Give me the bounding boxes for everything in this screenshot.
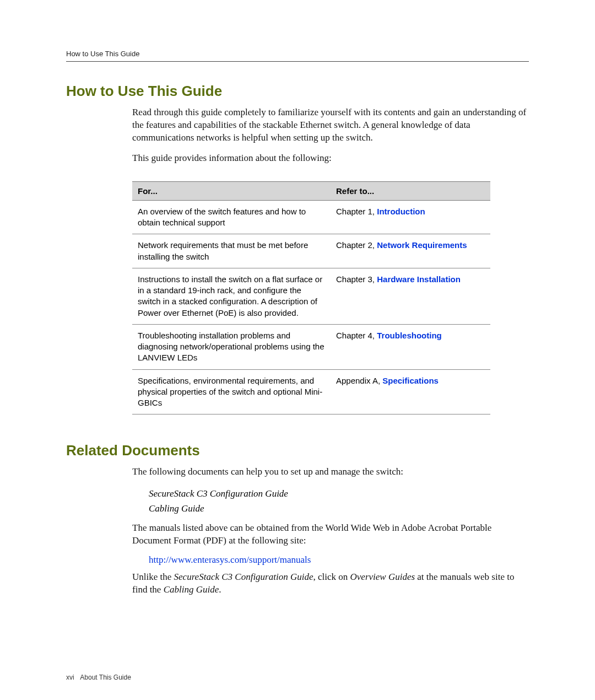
text: , click on <box>313 572 350 582</box>
page: How to Use This Guide How to Use This Gu… <box>0 0 595 700</box>
ref-prefix: Chapter 3, <box>336 274 377 284</box>
cell-refer: Chapter 3, Hardware Installation <box>331 268 490 324</box>
cell-for: An overview of the switch features and h… <box>132 200 331 234</box>
manuals-url[interactable]: http://www.enterasys.com/support/manuals <box>149 554 311 565</box>
table-header-row: For... Refer to... <box>132 181 490 200</box>
related-body-3: Unlike the SecureStack C3 Configuration … <box>132 571 529 596</box>
how-to-use-body: Read through this guide completely to fa… <box>132 106 529 165</box>
ref-prefix: Chapter 4, <box>336 331 377 340</box>
text: . <box>219 584 221 595</box>
list-item: SecureStack C3 Configuration Guide <box>149 486 529 501</box>
cell-refer: Chapter 4, Troubleshooting <box>331 324 490 369</box>
running-header: How to Use This Guide <box>66 50 529 62</box>
ref-prefix: Chapter 1, <box>336 207 377 216</box>
heading-how-to-use: How to Use This Guide <box>66 83 529 100</box>
cell-for: Network requirements that must be met be… <box>132 234 331 268</box>
related-body-2: The manuals listed above can be obtained… <box>132 522 529 547</box>
reference-table: For... Refer to... An overview of the sw… <box>132 181 490 415</box>
paragraph: Read through this guide completely to fa… <box>132 106 529 144</box>
link-specifications[interactable]: Specifications <box>382 376 439 385</box>
table-row: Troubleshooting installation problems an… <box>132 324 490 369</box>
document-list: SecureStack C3 Configuration Guide Cabli… <box>149 486 529 516</box>
link-troubleshooting[interactable]: Troubleshooting <box>377 331 442 340</box>
related-body: The following documents can help you to … <box>132 466 529 478</box>
text-italic: SecureStack C3 Configuration Guide <box>174 572 313 582</box>
cell-for: Specifications, environmental requiremen… <box>132 369 331 414</box>
text: Unlike the <box>132 572 174 582</box>
page-number: xvi <box>66 674 74 681</box>
text-italic: Overview Guides <box>350 572 415 582</box>
cell-refer: Appendix A, Specifications <box>331 369 490 414</box>
list-item: Cabling Guide <box>149 501 529 516</box>
link-introduction[interactable]: Introduction <box>377 207 425 216</box>
heading-related-documents: Related Documents <box>66 442 529 459</box>
footer-section: About This Guide <box>80 674 131 681</box>
cell-for: Instructions to install the switch on a … <box>132 268 331 324</box>
table-row: An overview of the switch features and h… <box>132 200 490 234</box>
cell-refer: Chapter 2, Network Requirements <box>331 234 490 268</box>
paragraph: This guide provides information about th… <box>132 152 529 165</box>
link-hardware-installation[interactable]: Hardware Installation <box>377 274 461 284</box>
table-row: Instructions to install the switch on a … <box>132 268 490 324</box>
paragraph: The manuals listed above can be obtained… <box>132 522 529 547</box>
text-italic: Cabling Guide <box>164 584 219 595</box>
page-footer: xvi About This Guide <box>66 674 529 681</box>
cell-for: Troubleshooting installation problems an… <box>132 324 331 369</box>
col-refer: Refer to... <box>331 181 490 200</box>
ref-prefix: Appendix A, <box>336 376 382 385</box>
ref-prefix: Chapter 2, <box>336 240 377 250</box>
table-row: Specifications, environmental requiremen… <box>132 369 490 414</box>
cell-refer: Chapter 1, Introduction <box>331 200 490 234</box>
paragraph: Unlike the SecureStack C3 Configuration … <box>132 571 529 596</box>
manuals-url-block: http://www.enterasys.com/support/manuals <box>149 554 529 566</box>
col-for: For... <box>132 181 331 200</box>
link-network-requirements[interactable]: Network Requirements <box>377 240 467 250</box>
paragraph: The following documents can help you to … <box>132 466 529 478</box>
table-row: Network requirements that must be met be… <box>132 234 490 268</box>
